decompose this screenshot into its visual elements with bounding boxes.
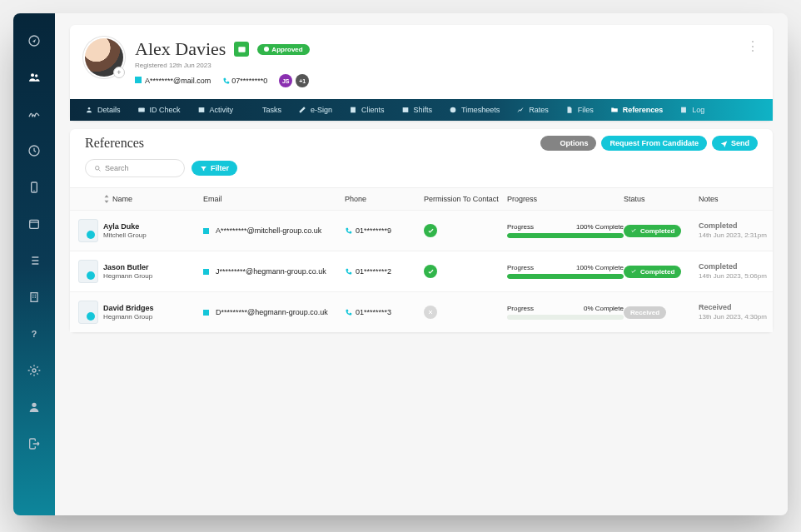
permission-yes-icon — [424, 224, 437, 237]
svg-line-20 — [99, 169, 101, 171]
reference-email[interactable]: A*********@mitchell-group.co.uk — [203, 226, 345, 235]
user-icon[interactable] — [23, 396, 45, 418]
reference-name: Ayla Duke — [103, 222, 203, 231]
tab-rates[interactable]: Rates — [508, 99, 557, 121]
reference-org: Hegmann Group — [103, 313, 203, 321]
id-badge-icon[interactable] — [234, 42, 249, 57]
mobile-icon[interactable] — [23, 177, 45, 198]
tab-files[interactable]: Files — [557, 99, 602, 121]
status-approved-pill: Approved — [257, 44, 309, 55]
card-menu-icon[interactable]: ⋮ — [746, 38, 759, 54]
col-name[interactable]: Name — [103, 195, 203, 203]
status-pill: Received — [624, 306, 666, 319]
avatar[interactable]: + — [85, 38, 123, 77]
compass-icon[interactable] — [23, 30, 45, 52]
col-phone[interactable]: Phone — [345, 195, 424, 203]
svg-rect-16 — [402, 107, 408, 112]
references-table: Name Email Phone Permission To Contact P… — [70, 187, 773, 332]
svg-text:?: ? — [32, 329, 37, 339]
svg-rect-6 — [30, 220, 39, 228]
add-avatar-icon[interactable]: + — [113, 67, 125, 78]
table-row: Jason ButlerHegmann GroupJ*********@hegm… — [70, 251, 773, 291]
svg-rect-11 — [238, 47, 245, 52]
col-permission[interactable]: Permission To Contact — [424, 195, 507, 203]
tab-activity[interactable]: Activity — [189, 99, 242, 121]
gear-icon[interactable] — [23, 360, 45, 381]
permission-yes-icon — [424, 265, 437, 278]
notes-cell: Received13th Jun 2023, 4:30pm — [699, 303, 788, 321]
people-icon[interactable] — [23, 67, 45, 88]
svg-point-5 — [33, 190, 34, 191]
reference-file-icon[interactable] — [78, 301, 98, 324]
svg-rect-14 — [198, 107, 204, 112]
sort-icon — [103, 195, 110, 203]
svg-point-1 — [31, 73, 34, 77]
send-button[interactable]: Send — [712, 136, 758, 151]
list-icon[interactable] — [23, 250, 45, 271]
tab-clients[interactable]: Clients — [341, 99, 393, 121]
table-row: Ayla DukeMitchell GroupA*********@mitche… — [70, 210, 773, 251]
request-from-candidate-button[interactable]: Request From Candidate — [601, 136, 707, 151]
building-icon[interactable] — [23, 286, 45, 308]
progress-cell: Progress100% Complete — [507, 264, 624, 279]
search-icon — [94, 165, 102, 172]
permission-no-icon — [424, 306, 437, 319]
svg-rect-7 — [31, 293, 37, 302]
svg-point-19 — [96, 166, 100, 170]
tab-log[interactable]: Log — [671, 99, 713, 121]
reference-file-icon[interactable] — [78, 260, 98, 283]
tab-references[interactable]: References — [602, 99, 672, 121]
reference-org: Mitchell Group — [103, 231, 203, 239]
profile-email[interactable]: A********@mail.com — [135, 77, 211, 85]
reference-name: Jason Butler — [103, 263, 203, 272]
reference-name: David Bridges — [103, 304, 203, 313]
svg-point-9 — [32, 369, 36, 372]
reference-phone[interactable]: 01********3 — [345, 308, 424, 316]
tab-tasks[interactable]: Tasks — [241, 99, 290, 121]
profile-tabs: DetailsID CheckActivityTaskse-SignClient… — [70, 99, 773, 121]
profile-card: ⋮ + Alex Davies Approved — [70, 25, 773, 121]
section-title: References — [85, 136, 144, 151]
col-email[interactable]: Email — [203, 195, 345, 203]
col-progress[interactable]: Progress — [507, 195, 624, 203]
reference-phone[interactable]: 01********9 — [345, 226, 424, 235]
reference-email[interactable]: J*********@hegmann-group.co.uk — [203, 267, 345, 276]
main-area: ⋮ + Alex Davies Approved — [55, 13, 788, 515]
tab-id-check[interactable]: ID Check — [129, 99, 189, 121]
reference-phone[interactable]: 01********2 — [345, 267, 424, 276]
clock-icon[interactable] — [23, 140, 45, 162]
svg-point-2 — [35, 74, 37, 77]
status-pill: Completed — [624, 225, 681, 237]
signature-icon[interactable] — [23, 103, 45, 125]
search-input[interactable]: Search — [85, 159, 185, 177]
profile-name: Alex Davies — [135, 38, 226, 60]
progress-cell: Progress100% Complete — [507, 223, 624, 238]
svg-point-17 — [450, 107, 456, 113]
progress-cell: Progress0% Complete — [507, 305, 624, 320]
tab-details[interactable]: Details — [77, 99, 129, 121]
table-header: Name Email Phone Permission To Contact P… — [70, 187, 773, 210]
tab-shifts[interactable]: Shifts — [393, 99, 441, 121]
manager-badges[interactable]: JS +1 — [279, 74, 309, 87]
svg-point-10 — [32, 403, 36, 407]
filter-button[interactable]: Filter — [192, 161, 237, 176]
notes-cell: Completed14th Jun 2023, 2:31pm — [699, 221, 788, 240]
manager-badge[interactable]: JS — [279, 74, 292, 87]
help-icon[interactable]: ? — [23, 323, 45, 345]
table-row: David BridgesHegmann GroupD*********@heg… — [70, 291, 773, 332]
logout-icon[interactable] — [23, 433, 45, 455]
col-status[interactable]: Status — [624, 195, 699, 203]
svg-point-12 — [88, 107, 91, 110]
manager-more-badge[interactable]: +1 — [296, 74, 309, 87]
tab-e-sign[interactable]: e-Sign — [290, 99, 341, 121]
calendar-icon[interactable] — [23, 213, 45, 235]
tab-timesheets[interactable]: Timesheets — [440, 99, 508, 121]
reference-email[interactable]: D*********@hegmann-group.co.uk — [203, 308, 345, 316]
options-button[interactable]: Options — [540, 136, 596, 151]
col-notes[interactable]: Notes — [699, 195, 788, 203]
status-pill: Completed — [624, 266, 681, 278]
notes-cell: Completed14th Jun 2023, 5:06pm — [699, 262, 788, 281]
reference-org: Hegmann Group — [103, 272, 203, 280]
profile-phone[interactable]: 07********0 — [222, 77, 267, 85]
reference-file-icon[interactable] — [78, 219, 98, 242]
